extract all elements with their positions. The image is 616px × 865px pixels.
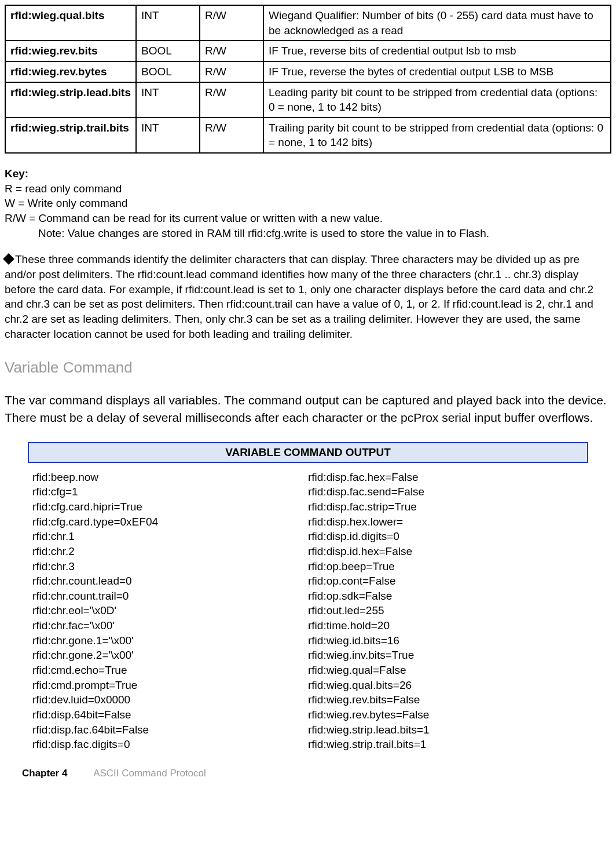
key-line: R/W = Command can be read for its curren… — [5, 211, 611, 226]
key-note: Note: Value changes are stored in RAM ti… — [5, 226, 611, 241]
output-line: rfid:op.sdk=False — [308, 589, 584, 604]
cell-desc: Leading parity bit count to be stripped … — [263, 82, 611, 118]
cell-type: INT — [136, 5, 200, 41]
output-line: rfid:cfg.card.hipri=True — [32, 499, 308, 514]
cell-access: R/W — [200, 118, 263, 153]
output-line: rfid:chr.1 — [32, 529, 308, 544]
table-row: rfid:wieg.strip.trail.bits INT R/W Trail… — [5, 118, 611, 153]
output-line: rfid:wieg.strip.trail.bits=1 — [308, 737, 584, 752]
output-line: rfid:cmd.prompt=True — [32, 678, 308, 693]
cell-desc: Trailing parity bit count to be stripped… — [263, 118, 611, 153]
cell-access: R/W — [200, 61, 263, 82]
key-line: W = Write only command — [5, 196, 611, 211]
output-line: rfid:cmd.echo=True — [32, 663, 308, 678]
cell-name: rfid:wieg.strip.lead.bits — [5, 82, 136, 118]
output-line: rfid:cfg.card.type=0xEF04 — [32, 514, 308, 530]
output-line: rfid:disp.fac.digits=0 — [32, 737, 308, 752]
output-line: rfid:cfg=1 — [32, 484, 308, 499]
cell-desc: IF True, reverse the bytes of credential… — [263, 61, 611, 82]
table-row: rfid:wieg.rev.bytes BOOL R/W IF True, re… — [5, 61, 611, 82]
output-line: rfid:disp.id.hex=False — [308, 544, 584, 559]
cell-type: INT — [136, 118, 200, 153]
cell-type: BOOL — [136, 61, 200, 82]
output-line: rfid:chr.fac='\x00' — [32, 618, 308, 633]
delimiter-text: These three commands identify the delimi… — [5, 253, 593, 340]
footer-chapter: Chapter 4 — [22, 768, 67, 779]
output-line: rfid:wieg.qual.bits=26 — [308, 678, 584, 693]
cell-access: R/W — [200, 41, 263, 61]
cell-type: BOOL — [136, 41, 200, 61]
cell-access: R/W — [200, 5, 263, 41]
output-line: rfid:chr.count.lead=0 — [32, 574, 308, 589]
cell-type: INT — [136, 82, 200, 118]
output-line: rfid:chr.gone.1='\x00' — [32, 633, 308, 648]
command-table: rfid:wieg.qual.bits INT R/W Wiegand Qual… — [5, 5, 611, 154]
output-line: rfid:disp.hex.lower= — [308, 514, 584, 530]
cell-access: R/W — [200, 82, 263, 118]
output-line: rfid:out.led=255 — [308, 603, 584, 618]
key-heading: Key: — [5, 166, 611, 181]
cell-name: rfid:wieg.rev.bytes — [5, 61, 136, 82]
output-line: rfid:op.beep=True — [308, 559, 584, 574]
output-line: rfid:wieg.qual=False — [308, 663, 584, 678]
output-line: rfid:wieg.id.bits=16 — [308, 633, 584, 648]
output-columns: rfid:beep.now rfid:cfg=1 rfid:cfg.card.h… — [28, 470, 588, 752]
output-line: rfid:chr.count.trail=0 — [32, 589, 308, 604]
output-line: rfid:wieg.rev.bits=False — [308, 692, 584, 707]
output-line: rfid:chr.2 — [32, 544, 308, 559]
delimiter-paragraph: These three commands identify the delimi… — [5, 252, 611, 341]
output-line: rfid:wieg.inv.bits=True — [308, 648, 584, 663]
cell-name: rfid:wieg.strip.trail.bits — [5, 118, 136, 153]
key-section: Key: R = read only command W = Write onl… — [5, 166, 611, 240]
output-col-right: rfid:disp.fac.hex=False rfid:disp.fac.se… — [308, 470, 584, 752]
output-box: VARIABLE COMMAND OUTPUT rfid:beep.now rf… — [28, 442, 588, 752]
cell-desc: IF True, reverse bits of credential outp… — [263, 41, 611, 61]
table-row: rfid:wieg.strip.lead.bits INT R/W Leadin… — [5, 82, 611, 118]
output-line: rfid:disp.fac.strip=True — [308, 499, 584, 514]
section-intro: The var command displays all variables. … — [5, 392, 611, 426]
output-line: rfid:chr.gone.2='\x00' — [32, 648, 308, 663]
output-line: rfid:time.hold=20 — [308, 618, 584, 633]
output-line: rfid:disp.id.digits=0 — [308, 529, 584, 544]
output-line: rfid:disp.64bit=False — [32, 707, 308, 722]
output-line: rfid:wieg.strip.lead.bits=1 — [308, 722, 584, 738]
output-line: rfid:disp.fac.64bit=False — [32, 722, 308, 738]
cell-name: rfid:wieg.rev.bits — [5, 41, 136, 61]
output-line: rfid:op.cont=False — [308, 574, 584, 589]
section-heading: Variable Command — [5, 357, 611, 378]
output-line: rfid:wieg.rev.bytes=False — [308, 707, 584, 722]
output-line: rfid:chr.3 — [32, 559, 308, 574]
key-line: R = read only command — [5, 181, 611, 196]
table-row: rfid:wieg.rev.bits BOOL R/W IF True, rev… — [5, 41, 611, 61]
diamond-icon — [3, 253, 14, 265]
cell-desc: Wiegand Qualifier: Number of bits (0 - 2… — [263, 5, 611, 41]
cell-name: rfid:wieg.qual.bits — [5, 5, 136, 41]
output-line: rfid:beep.now — [32, 470, 308, 485]
output-line: rfid:dev.luid=0x0000 — [32, 692, 308, 707]
command-table-body: rfid:wieg.qual.bits INT R/W Wiegand Qual… — [5, 5, 611, 153]
output-line: rfid:disp.fac.send=False — [308, 484, 584, 499]
output-header: VARIABLE COMMAND OUTPUT — [28, 442, 588, 463]
page-footer: Chapter 4 ASCII Command Protocol — [5, 767, 611, 780]
output-line: rfid:chr.eol='\x0D' — [32, 603, 308, 618]
output-line: rfid:disp.fac.hex=False — [308, 470, 584, 485]
footer-title: ASCII Command Protocol — [93, 768, 206, 779]
output-col-left: rfid:beep.now rfid:cfg=1 rfid:cfg.card.h… — [32, 470, 308, 752]
table-row: rfid:wieg.qual.bits INT R/W Wiegand Qual… — [5, 5, 611, 41]
